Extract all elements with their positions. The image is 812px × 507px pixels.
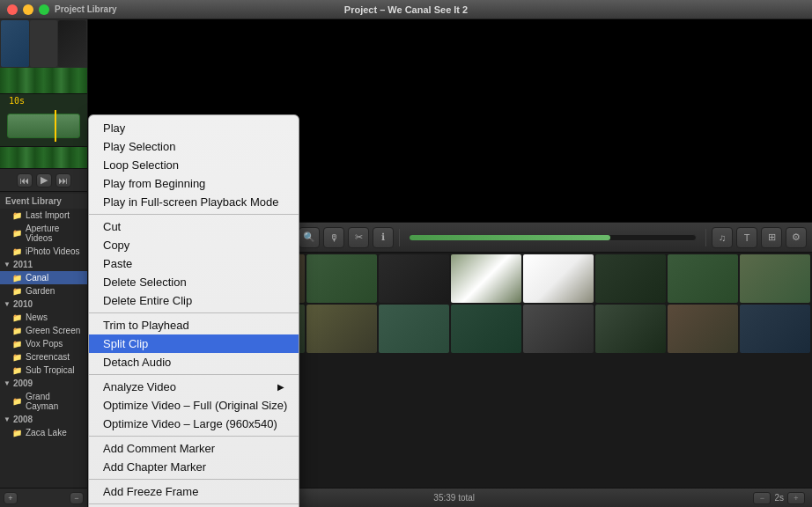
menu-item-label: Analyze Video [103,380,176,393]
event-item-garden[interactable]: 📁Garden [0,284,87,298]
add-event-button[interactable]: + [4,492,18,504]
context-menu: PlayPlay SelectionLoop SelectionPlay fro… [88,114,299,507]
event-item-canal[interactable]: 📁Canal [0,271,87,284]
toolbar-btn-transition[interactable]: ⊞ [761,227,782,248]
event-thumb-4[interactable] [306,254,377,303]
menu-item-label: Add Chapter Marker [103,460,206,474]
menu-item-label: Play [103,121,125,135]
remove-event-button[interactable]: − [70,492,84,504]
window-title: Project – We Canal See It 2 [344,4,468,15]
folder-icon: 📁 [12,327,22,335]
event-item-grand-cayman[interactable]: 📁Grand Cayman [0,390,87,413]
menu-item-label: Delete Entire Clip [103,294,192,307]
event-item-label: Zaca Lake [26,428,67,437]
menu-item-trim-to-playhead[interactable]: Trim to Playhead [89,316,299,334]
project-library-label: Project Library [55,4,117,14]
event-item-green-screen[interactable]: 📁Green Screen [0,324,87,337]
menu-item-label: Loop Selection [103,158,179,172]
project-thumb-3[interactable] [58,20,86,67]
event-item-vox-pops[interactable]: 📁Vox Pops [0,337,87,350]
toolbar-btn-settings[interactable]: ⚙ [786,227,807,248]
play-button[interactable]: ▶ [36,173,52,187]
waveform [0,68,87,93]
zoom-in-button[interactable]: + [787,492,805,504]
toolbar-progress[interactable] [409,234,697,241]
event-item-aperture-videos[interactable]: 📁Aperture Videos [0,222,87,245]
menu-item-add-chapter-marker[interactable]: Add Chapter Marker [89,458,299,476]
project-clip-block[interactable] [7,114,80,138]
menu-item-delete-entire-clip[interactable]: Delete Entire Clip [89,291,299,310]
event-thumb-5[interactable] [379,254,449,303]
minimize-button[interactable] [23,4,33,15]
toolbar-progress-fill [410,235,610,240]
folder-icon: 📁 [12,353,22,362]
menu-item-copy[interactable]: Copy [89,236,299,254]
event-item-iphoto-videos[interactable]: 📁iPhoto Videos [0,245,87,258]
year-header-2008[interactable]: ▼2008 [0,413,87,426]
title-bar: Project Library Project – We Canal See I… [0,0,812,19]
timecode: 10s [9,96,25,106]
playback-controls: ⏮ ▶ ⏭ [0,169,87,192]
event-item-zaca-lake[interactable]: 📁Zaca Lake [0,426,87,439]
year-label: 2011 [13,260,33,269]
event-thumb-9[interactable] [668,254,738,303]
menu-item-add-freeze-frame[interactable]: Add Freeze Frame [89,482,299,501]
rewind-button[interactable]: ⏮ [17,173,33,187]
event-thumb-20[interactable] [740,305,810,353]
folder-icon: 📁 [12,287,22,296]
toolbar-btn-music[interactable]: ♫ [712,227,733,248]
event-item-label: Garden [26,286,55,296]
event-thumb-14[interactable] [306,305,377,353]
menu-item-cut[interactable]: Cut [89,217,299,236]
event-thumb-15[interactable] [379,305,449,353]
folder-icon: 📁 [12,397,22,406]
event-item-news[interactable]: 📁News [0,311,87,324]
collapse-icon: ▼ [4,261,11,268]
menu-item-play-from-beginning[interactable]: Play from Beginning [89,174,299,193]
menu-item-loop-selection[interactable]: Loop Selection [89,156,299,174]
fast-forward-button[interactable]: ⏭ [55,173,71,187]
close-button[interactable] [7,4,18,15]
event-thumb-7[interactable] [523,254,594,303]
event-thumb-16[interactable] [451,305,521,353]
year-header-2010[interactable]: ▼2010 [0,298,87,311]
menu-item-play-selection[interactable]: Play Selection [89,137,299,156]
event-items-container: 📁Last Import📁Aperture Videos📁iPhoto Vide… [0,209,87,439]
maximize-button[interactable] [39,4,49,15]
menu-item-detach-audio[interactable]: Detach Audio [89,353,299,371]
year-header-2009[interactable]: ▼2009 [0,377,87,390]
year-header-2011[interactable]: ▼2011 [0,258,87,271]
folder-icon: 📁 [12,229,22,238]
menu-item-paste[interactable]: Paste [89,254,299,273]
event-item-sub-tropical[interactable]: 📁Sub Tropical [0,364,87,377]
project-thumb-2[interactable] [30,20,58,67]
project-thumb-1[interactable] [1,20,29,67]
menu-item-analyze-video[interactable]: Analyze Video▶ [89,378,299,396]
toolbar-btn-mic[interactable]: 🎙 [323,227,344,248]
toolbar-btn-info[interactable]: ℹ [373,227,394,248]
menu-item-play-fullscreen[interactable]: Play in Full-screen Playback Mode [89,193,299,211]
event-thumb-6[interactable] [451,254,521,303]
menu-item-label: Split Clip [103,337,148,350]
event-thumb-10[interactable] [740,254,810,303]
toolbar-btn-trim[interactable]: ✂ [348,227,369,248]
event-thumb-8[interactable] [595,254,666,303]
menu-item-play[interactable]: Play [89,119,299,137]
toolbar-btn-text[interactable]: T [736,227,757,248]
menu-item-optimize-large[interactable]: Optimize Video – Large (960x540) [89,415,299,433]
zoom-out-button[interactable]: − [753,492,771,504]
menu-item-add-comment-marker[interactable]: Add Comment Marker [89,439,299,458]
event-thumb-18[interactable] [595,305,666,353]
menu-item-split-clip[interactable]: Split Clip [89,334,299,353]
folder-icon: 📁 [12,247,22,256]
project-timeline: 10s [0,94,87,147]
menu-item-delete-selection[interactable]: Delete Selection [89,273,299,291]
event-library-header: Event Library [0,194,87,209]
toolbar-btn-search[interactable]: 🔍 [299,227,320,248]
event-thumb-19[interactable] [668,305,738,353]
event-item-label: Canal [26,273,48,283]
event-thumb-17[interactable] [523,305,594,353]
event-item-last-import[interactable]: 📁Last Import [0,209,87,222]
menu-item-optimize-full[interactable]: Optimize Video – Full (Original Size) [89,396,299,415]
event-item-screencast[interactable]: 📁Screencast [0,350,87,364]
